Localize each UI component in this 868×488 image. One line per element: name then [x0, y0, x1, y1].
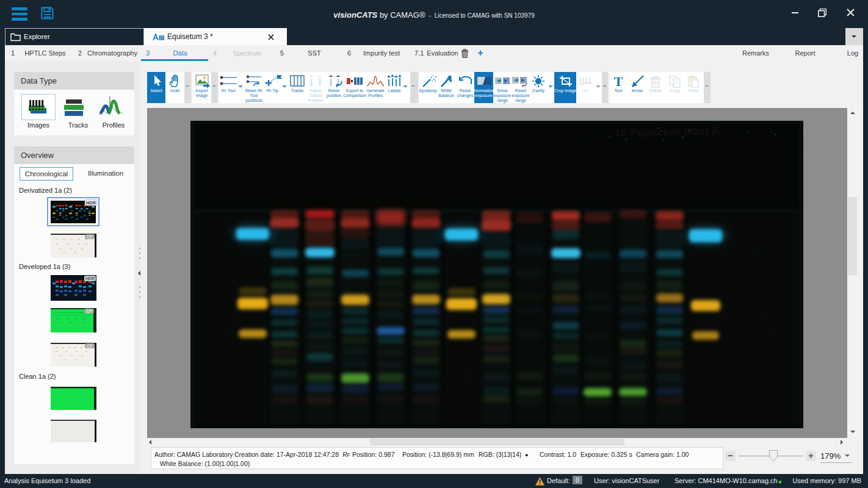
svg-text:10 Ƥquisɛtum plɑnt β: 10 Ƥquisɛtum plɑnt β [615, 126, 718, 138]
svg-text:CP: CP [86, 309, 92, 314]
svg-text:HDR: HDR [85, 276, 95, 281]
svg-text:HDR: HDR [86, 200, 96, 206]
svg-text:CP: CP [87, 344, 92, 348]
svg-text:CP: CP [87, 235, 92, 239]
